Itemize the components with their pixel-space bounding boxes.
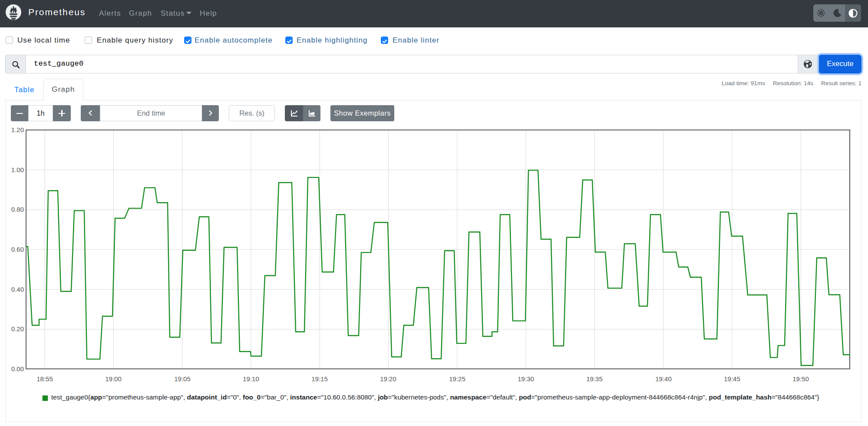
- svg-text:0.20: 0.20: [11, 325, 24, 333]
- svg-text:1.20: 1.20: [11, 126, 24, 133]
- svg-text:0.00: 0.00: [11, 365, 24, 373]
- svg-text:19:30: 19:30: [518, 375, 534, 383]
- svg-text:19:45: 19:45: [724, 375, 740, 383]
- svg-text:0.80: 0.80: [11, 206, 24, 213]
- svg-text:0.40: 0.40: [11, 286, 24, 293]
- svg-text:19:00: 19:00: [105, 375, 122, 383]
- svg-text:18:55: 18:55: [36, 375, 53, 383]
- svg-text:19:05: 19:05: [174, 375, 191, 383]
- svg-text:19:40: 19:40: [655, 375, 672, 383]
- svg-text:19:35: 19:35: [586, 375, 603, 383]
- svg-text:19:20: 19:20: [380, 375, 396, 383]
- svg-text:1.00: 1.00: [11, 166, 24, 173]
- svg-text:19:25: 19:25: [449, 375, 465, 383]
- svg-text:0.60: 0.60: [11, 246, 24, 253]
- svg-text:19:10: 19:10: [243, 375, 259, 383]
- svg-text:19:50: 19:50: [792, 375, 809, 383]
- svg-text:19:15: 19:15: [311, 375, 328, 383]
